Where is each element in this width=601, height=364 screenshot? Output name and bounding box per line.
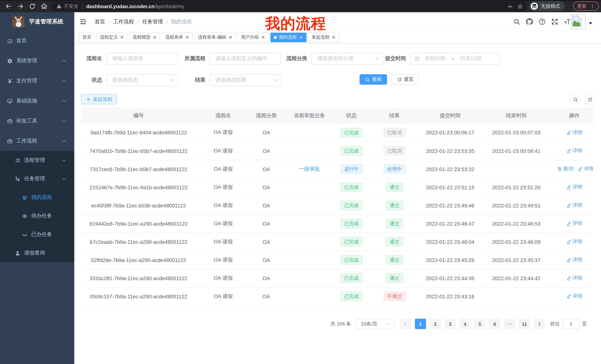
result-select[interactable]: 请选择流结果 [210,74,281,86]
create-process-button[interactable]: 发起流程 [81,94,117,104]
sidebar-item-payment[interactable]: 支付管理 [0,71,74,91]
page-button-5[interactable]: 5 [474,319,485,329]
cell-end-time: 2022-01-22 23:49:51 [478,196,555,214]
tab-流程定义[interactable]: 流程定义 [97,32,127,42]
fullscreen-icon[interactable] [551,18,558,25]
close-icon[interactable] [120,35,124,39]
tab-发起流程[interactable]: 发起流程 [308,32,339,42]
breadcrumb-item[interactable]: 工作流程 [113,18,134,25]
browser-forward-icon[interactable] [17,3,24,10]
search-button[interactable]: 搜索 [360,74,387,85]
tab-流程表单-编辑[interactable]: 流程表单-编辑 [195,32,236,42]
op-详情[interactable]: 详情 [566,293,582,300]
start-date-placeholder[interactable]: 开始日期 [420,55,450,62]
close-icon[interactable] [185,35,190,39]
breadcrumb-item[interactable]: 首页 [95,18,105,25]
caret-down-icon[interactable] [588,22,593,25]
sidebar-item-system[interactable]: 系统管理 [0,51,74,71]
browser-menu-icon[interactable] [590,3,595,9]
avatar[interactable] [571,14,586,29]
end-date-placeholder[interactable]: 结束日期 [455,55,486,62]
status-badge: 已完成 [341,219,362,228]
sidebar-item-leave-query[interactable]: 请假查询 [0,244,74,262]
browser-update-button[interactable]: 更新 [573,1,599,11]
breadcrumb-item[interactable]: 任务管理 [142,18,163,25]
browser-reload-icon[interactable] [29,3,36,10]
gear-icon [7,58,13,64]
tab-首页[interactable]: 首页 [79,32,95,42]
key-icon[interactable] [507,3,513,9]
sidebar-item-label: 研发工具 [16,118,37,124]
op-取消[interactable]: 取消 [557,166,573,172]
chevron-up-icon [62,139,66,143]
prev-page-button[interactable] [400,319,411,329]
page-button-2[interactable]: 2 [430,319,441,329]
close-icon[interactable] [153,35,157,39]
close-icon[interactable] [332,35,336,39]
submit-time-range[interactable]: 开始日期 - 结束日期 [410,53,500,65]
sidebar-collapse-icon[interactable] [80,19,86,25]
browser-home-icon[interactable] [41,3,48,10]
url-host: dashboard.yudao.iocoder.cn [86,3,155,9]
sidebar-item-infra[interactable]: 基础设施 [0,91,74,111]
sidebar-item-my-process[interactable]: 我的流程 [0,188,74,207]
process-def-input[interactable]: 请输入流程定义的编号 [210,53,281,65]
tab-流程模型[interactable]: 流程模型 [129,32,160,42]
cell-task [282,214,337,233]
close-icon[interactable] [229,35,232,39]
close-icon[interactable] [261,35,265,39]
op-详情[interactable]: 详情 [566,147,582,154]
security-label[interactable]: 不安全 [64,3,78,10]
reset-button[interactable]: 重置 [391,74,419,85]
font-size-icon[interactable] [564,18,571,25]
browser-back-icon[interactable] [5,3,12,10]
op-详情[interactable]: 详情 [566,275,582,281]
placeholder: 请输入流程定义的编号 [210,55,267,62]
next-page-button[interactable] [534,319,545,329]
op-详情[interactable]: 详情 [566,129,582,136]
sidebar-logo[interactable]: 芋道管理系统 [0,12,74,31]
breadcrumb: 首页/工作流程/任务管理/我的流程 [95,12,192,31]
sidebar-item-todo-task[interactable]: 待办任务 [0,207,74,225]
status-select[interactable]: 请选择状态 [106,74,178,86]
page-button-6[interactable]: 6 [489,319,500,329]
task-link[interactable]: 一级审批 [299,166,320,172]
page-size-select[interactable]: 10条/页 [356,319,394,329]
page-button-1[interactable]: 1 [415,319,426,329]
refresh-table-button[interactable] [585,94,595,105]
op-详情[interactable]: 详情 [566,220,582,227]
page-button-4[interactable]: 4 [460,319,471,329]
sidebar-item-workflow[interactable]: 工作流程 [0,131,74,151]
address-bar[interactable]: 不安全 dashboard.yudao.iocoder.cn /bpm/task… [52,1,527,11]
category-select[interactable]: 请选择流程分类 [311,53,383,65]
bookmark-star-icon[interactable] [517,3,523,9]
sidebar-item-done-task[interactable]: 已办任务 [0,225,74,244]
process-name-input[interactable]: 请输入流程名 [106,53,178,65]
op-详情[interactable]: 详情 [578,166,594,172]
page-button-3[interactable]: 3 [445,319,456,329]
page-ellipsis[interactable] [504,319,515,329]
help-icon[interactable] [539,18,546,25]
tab-流程表单[interactable]: 流程表单 [162,32,193,42]
close-icon[interactable] [299,35,303,39]
github-icon[interactable] [526,18,533,25]
cell-process-name: OA 请假 [196,178,250,196]
tab-我的流程[interactable]: 我的流程 [270,32,306,42]
goto-page-input[interactable]: 1 [563,319,579,329]
cell-status: 已完成 [337,214,366,233]
sidebar-item-process-mgmt[interactable]: 流程管理 [0,151,74,170]
tab-用户分组[interactable]: 用户分组 [238,32,269,42]
sidebar-item-task-mgmt[interactable]: 任务管理 [0,170,74,188]
op-详情[interactable]: 详情 [566,184,582,191]
status-badge: 已完成 [341,292,362,301]
op-详情[interactable]: 详情 [566,202,582,209]
chevron-down-icon [62,119,66,123]
edit-icon [566,221,571,226]
search-icon[interactable] [513,18,521,25]
op-详情[interactable]: 详情 [566,257,582,263]
sidebar-item-home[interactable]: 首页 [0,31,74,51]
toggle-search-button[interactable] [570,94,581,105]
page-button-11[interactable]: 11 [519,319,530,329]
op-详情[interactable]: 详情 [566,238,582,245]
sidebar-item-devtools[interactable]: 研发工具 [0,111,74,131]
